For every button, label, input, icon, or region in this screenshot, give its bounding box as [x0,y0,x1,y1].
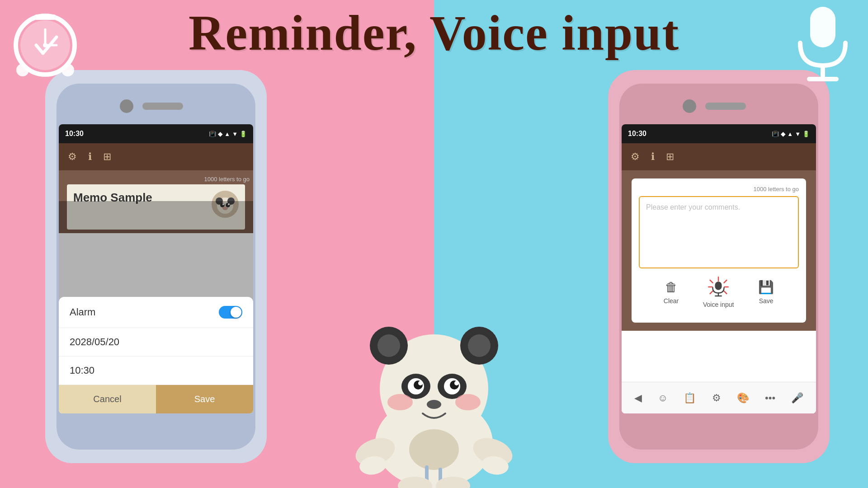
alarm-toggle[interactable] [219,306,242,319]
svg-point-34 [468,334,491,357]
nav-settings[interactable]: ⚙ [712,392,721,404]
alarm-label: Alarm [70,306,95,318]
letters-count-right: 1000 letters to go [639,186,799,192]
clear-button[interactable]: 🗑 Clear [664,280,679,305]
svg-point-42 [454,381,459,385]
grid-icon-right[interactable]: ⊞ [666,151,674,163]
bottom-nav: ◀ ☺ 📋 ⚙ 🎨 ••• 🎤 [622,382,816,413]
nav-mic[interactable]: 🎤 [791,392,803,404]
dialog-buttons: Cancel Save [59,385,253,413]
svg-point-43 [387,394,413,410]
settings-icon-left[interactable]: ⚙ [68,151,77,163]
svg-point-33 [377,334,400,357]
status-time-left: 10:30 [65,130,84,138]
phone-camera-left [120,99,183,113]
action-buttons: 🗑 Clear [644,268,793,315]
camera-dot-left [120,99,133,113]
svg-line-23 [710,280,713,283]
time-row[interactable]: 10:30 [59,357,253,385]
toggle-thumb [231,307,241,318]
settings-icon-right[interactable]: ⚙ [631,151,640,163]
save-button-right[interactable]: 💾 Save [758,280,774,305]
trash-icon: 🗑 [665,280,678,295]
voice-rays [707,276,730,298]
save-label: Save [759,297,774,305]
nav-palette[interactable]: 🎨 [737,392,749,404]
svg-point-44 [455,394,481,410]
alarm-time: 10:30 [70,365,94,376]
memo-input-card: 1000 letters to go Please enter your com… [632,178,806,323]
cancel-button[interactable]: Cancel [59,385,156,413]
status-icons-right: 📳 ◆ ▲ ▼ 🔋 [772,131,810,137]
alarm-row: Alarm [59,297,253,328]
nav-back[interactable]: ◀ [634,392,642,404]
phone-screen-left: 10:30 📳 ◆ ▲ ▼ 🔋 ⚙ ℹ ⊞ 1000 letters to go [59,124,253,413]
panda-mascot [348,298,520,488]
camera-dot-right [683,99,696,113]
letters-count-left: 1000 letters to go [62,174,250,184]
svg-line-25 [710,291,713,294]
svg-point-45 [427,400,441,409]
speaker-bar-right [705,103,746,110]
right-content-area: 1000 letters to go Please enter your com… [622,170,816,331]
text-input-box[interactable]: Please enter your comments. [639,196,799,268]
input-placeholder: Please enter your comments. [646,203,740,211]
svg-line-20 [724,280,727,283]
svg-line-22 [724,291,727,294]
nav-more[interactable]: ••• [765,392,775,404]
svg-point-41 [418,381,423,385]
page-title: Reminder, Voice input [0,5,868,62]
phone-right-inner: 10:30 📳 ◆ ▲ ▼ 🔋 ⚙ ℹ ⊞ 1000 letters [619,84,818,450]
alarm-date: 2028/05/20 [70,336,119,347]
phone-left-inner: 10:30 📳 ◆ ▲ ▼ 🔋 ⚙ ℹ ⊞ 1000 letters to go [57,84,255,450]
nav-clipboard[interactable]: 📋 [684,392,696,404]
svg-point-46 [409,429,459,470]
voice-label: Voice input [703,301,734,308]
grid-icon-left[interactable]: ⊞ [103,151,111,163]
info-icon-right[interactable]: ℹ [651,151,655,163]
phone-left-frame: 10:30 📳 ◆ ▲ ▼ 🔋 ⚙ ℹ ⊞ 1000 letters to go [45,70,267,463]
phone-right-frame: 10:30 📳 ◆ ▲ ▼ 🔋 ⚙ ℹ ⊞ 1000 letters [608,70,830,463]
status-time-right: 10:30 [628,130,646,138]
save-button-left[interactable]: Save [156,385,253,413]
phone-camera-right [683,99,746,113]
speaker-bar-left [142,103,183,110]
alarm-dialog: Alarm 2028/05/20 10:30 C [59,297,253,413]
info-icon-left[interactable]: ℹ [88,151,92,163]
dialog-overlay: Alarm 2028/05/20 10:30 C [59,201,253,413]
status-bar-right: 10:30 📳 ◆ ▲ ▼ 🔋 [622,124,816,143]
date-row[interactable]: 2028/05/20 [59,328,253,357]
phone-screen-right: 10:30 📳 ◆ ▲ ▼ 🔋 ⚙ ℹ ⊞ 1000 letters [622,124,816,413]
status-icons-left: 📳 ◆ ▲ ▼ 🔋 [209,131,247,137]
svg-rect-26 [715,282,722,290]
nav-sticker[interactable]: ☺ [658,392,668,404]
save-icon: 💾 [758,280,774,295]
clear-label: Clear [664,297,679,305]
status-bar-left: 10:30 📳 ◆ ▲ ▼ 🔋 [59,124,253,143]
app-toolbar-right: ⚙ ℹ ⊞ [622,143,816,170]
voice-input-button[interactable]: Voice input [703,276,734,308]
app-toolbar-left: ⚙ ℹ ⊞ [59,143,253,170]
